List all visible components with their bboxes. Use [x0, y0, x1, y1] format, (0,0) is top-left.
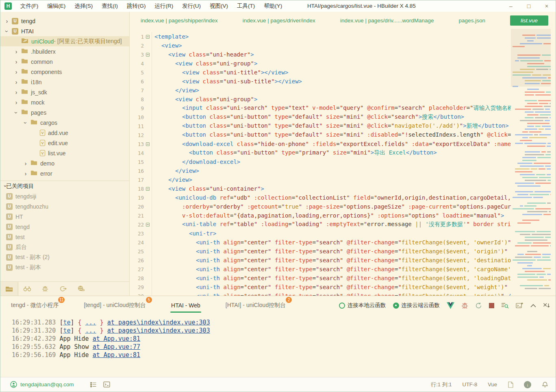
editor-tab[interactable]: index.vue | pages/driver/index: [243, 17, 315, 24]
file-icon[interactable]: [508, 381, 513, 388]
tree-item-unicloud[interactable]: uniCloud - [阿里云:已关联项目tengd]: [0, 36, 129, 46]
fold-collapse-icon[interactable]: [146, 35, 150, 39]
search-log-icon[interactable]: [501, 302, 509, 309]
code-line-23[interactable]: 23<uni-tr>: [130, 229, 511, 238]
encoding-indicator[interactable]: UTF-8: [463, 381, 478, 388]
code-line-30[interactable]: 30<uni-th align="center" filter-type="se…: [130, 292, 511, 296]
tree-item-js-sdk[interactable]: ›js_sdk: [0, 87, 129, 97]
log-link[interactable]: te: [63, 319, 70, 326]
code-line-18[interactable]: 18<view class="uni-container">: [130, 184, 511, 193]
chevron-right-icon[interactable]: ›: [23, 160, 28, 167]
menu-item-s[interactable]: 选择(S): [70, 0, 97, 12]
closed-project-item[interactable]: Utest - 副本: [0, 262, 129, 272]
editor-tab[interactable]: list.vue: [510, 15, 548, 26]
editor-tab[interactable]: pages.json: [459, 17, 485, 24]
menu-item-r[interactable]: 运行(R): [150, 0, 178, 12]
fold-marker[interactable]: [144, 32, 152, 41]
code-line-13[interactable]: 13<download-excel class="hide-on-phone" …: [130, 139, 511, 148]
close-button[interactable]: ×: [538, 0, 556, 12]
chevron-right-icon[interactable]: ›: [14, 79, 19, 85]
closed-project-item[interactable]: Utengdsiji: [0, 191, 129, 201]
language-mode[interactable]: Vue: [488, 381, 497, 388]
tree-item-common[interactable]: ›common: [0, 57, 129, 67]
files-panel-button[interactable]: [0, 282, 18, 296]
chevron-right-icon[interactable]: ›: [4, 18, 9, 24]
cloud-panel-button[interactable]: [72, 282, 90, 296]
editor-tab[interactable]: index.vue | pages/shipper/index: [141, 17, 218, 24]
code-line-24[interactable]: 24<uni-th align="center" filter-type="se…: [130, 238, 511, 247]
history-panel-button[interactable]: [54, 282, 72, 296]
editor-tab[interactable]: index.vue | pages/driv......wordManage: [340, 17, 434, 24]
menu-item-g[interactable]: 跳转(G): [122, 0, 150, 12]
fold-marker[interactable]: [144, 184, 152, 193]
code-line-10[interactable]: 10<button class="uni-button" type="defau…: [130, 113, 511, 122]
menu-item-t[interactable]: 工具(T): [232, 0, 259, 12]
code-line-29[interactable]: 29<uni-th align="center" filter-type="se…: [130, 283, 511, 292]
tree-item-add.vue[interactable]: Vadd.vue: [0, 128, 129, 138]
log-link[interactable]: at pages\index\index.vue:303: [107, 327, 210, 334]
task-list-icon[interactable]: [90, 382, 97, 388]
closed-project-item[interactable]: Utest: [0, 232, 129, 242]
code-line-8[interactable]: 8<view class="uni-group">: [130, 95, 511, 104]
code-editor[interactable]: 1<template>2<view>3<view class="uni-head…: [130, 29, 511, 296]
code-line-4[interactable]: 4<view class="uni-group">: [130, 59, 511, 68]
log-link[interactable]: at App.vue:77: [93, 343, 140, 351]
code-line-19[interactable]: 19<unicloud-db ref="udb" :collection="co…: [130, 193, 511, 202]
chevron-right-icon[interactable]: ›: [14, 99, 19, 106]
console-tab[interactable]: [tengd] - uniCloud控制台5: [83, 296, 147, 315]
log-link[interactable]: at pages\index\index.vue:303: [107, 319, 210, 326]
chevron-right-icon[interactable]: ›: [14, 69, 19, 75]
console-tab[interactable]: tengd - 微信小程序11: [10, 296, 59, 315]
menu-item-e[interactable]: 编辑(E): [43, 0, 70, 12]
log-link[interactable]: at App.vue:81: [93, 335, 140, 342]
tree-item-mock[interactable]: ›mock: [0, 97, 129, 107]
local-cloud-function-radio[interactable]: 连接本地云函数: [339, 302, 386, 309]
terminal-icon[interactable]: [103, 381, 110, 388]
closed-project-item[interactable]: Utengd: [0, 222, 129, 232]
chevron-down-icon[interactable]: ›: [4, 29, 10, 34]
console-log[interactable]: 16:29:31.283 [te] { ... } at pages\index…: [12, 319, 552, 375]
tree-item-error[interactable]: ›error: [0, 168, 129, 179]
minimap-viewport[interactable]: [511, 29, 551, 87]
code-line-15[interactable]: 15</download-excel>: [130, 157, 511, 166]
console-tab[interactable]: HTAI - Web: [170, 296, 201, 314]
closed-project-item[interactable]: Utest - 副本 (2): [0, 252, 129, 262]
code-line-6[interactable]: 6<view class="uni-sub-title"></view>: [130, 77, 511, 86]
menu-item-i[interactable]: 查找(I): [97, 0, 122, 12]
minimap[interactable]: [511, 29, 551, 296]
radio-checked-icon[interactable]: [393, 303, 399, 309]
menu-item-v[interactable]: 视图(V): [205, 0, 232, 12]
tree-item-.hbuilderx[interactable]: ›.hbuilderx: [0, 46, 129, 57]
log-link[interactable]: ...: [85, 319, 96, 326]
code-line-27[interactable]: 27<uni-th align="center" filter-type="se…: [130, 265, 511, 274]
tree-item-cargos[interactable]: ›cargos: [0, 118, 129, 128]
tree-item-demo[interactable]: ›demo: [0, 158, 129, 168]
menu-item-u[interactable]: 发行(U): [178, 0, 205, 12]
chevron-right-icon[interactable]: ›: [23, 170, 28, 177]
closed-project-item[interactable]: U后台: [0, 242, 129, 252]
closed-project-item[interactable]: UHT: [0, 211, 129, 222]
tree-item-pages[interactable]: ›pages: [0, 107, 129, 118]
new-terminal-icon[interactable]: [516, 302, 523, 309]
maximize-button[interactable]: □: [520, 0, 538, 12]
tree-item-edit.vue[interactable]: Vedit.vue: [0, 138, 129, 148]
code-line-17[interactable]: 17</view>: [130, 175, 511, 184]
code-line-22[interactable]: 22<uni-table ref="table" :loading="loadi…: [130, 220, 511, 229]
code-line-12[interactable]: 12<button class="uni-button" type="defau…: [130, 131, 511, 139]
tree-item-components[interactable]: ›components: [0, 67, 129, 77]
code-line-14[interactable]: 14<button class="uni-button" type="prima…: [130, 148, 511, 157]
tree-item-list.vue[interactable]: Vlist.vue: [0, 148, 129, 158]
log-link[interactable]: ...: [85, 327, 96, 334]
fold-marker[interactable]: [144, 139, 152, 148]
debug-panel-button[interactable]: [36, 282, 54, 296]
tree-item-htai[interactable]: ›UHTAI: [0, 26, 129, 36]
chevron-right-icon[interactable]: ›: [14, 59, 19, 65]
clear-log-icon[interactable]: [543, 303, 550, 308]
code-line-20[interactable]: 20:orderby="orderby" :getcount="true" :p…: [130, 202, 511, 211]
chevron-right-icon[interactable]: ›: [14, 48, 19, 55]
chevron-down-icon[interactable]: ›: [13, 110, 20, 115]
code-line-2[interactable]: 2<view>: [130, 41, 511, 50]
closed-project-item[interactable]: Utengdhuozhu: [0, 201, 129, 211]
console-tab[interactable]: [HTAI] - uniCloud控制台2: [225, 296, 287, 315]
debug-bug-icon[interactable]: [461, 302, 468, 309]
